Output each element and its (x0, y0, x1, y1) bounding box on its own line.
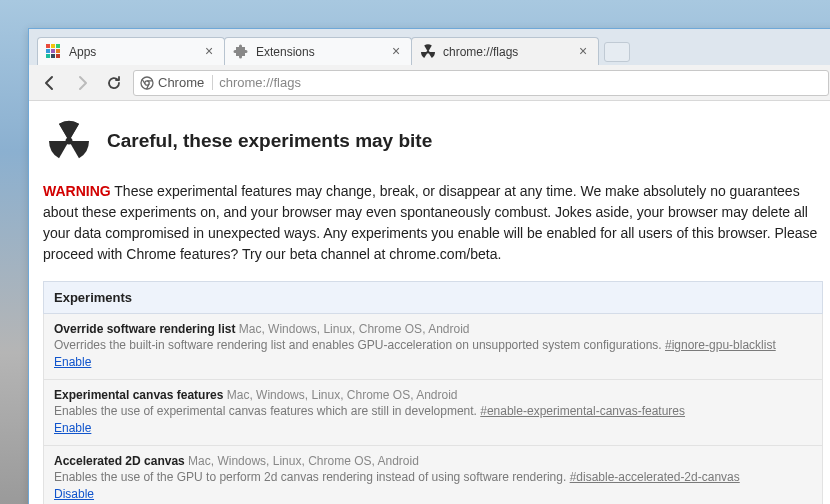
url-text: chrome://flags (219, 75, 301, 90)
site-chip: Chrome (140, 75, 213, 90)
hero: Careful, these experiments may bite (47, 119, 823, 163)
forward-button[interactable] (69, 70, 95, 96)
warning-body: These experimental features may change, … (43, 183, 817, 262)
experiment-hash: #disable-accelerated-2d-canvas (570, 470, 740, 484)
tab-apps[interactable]: Apps × (37, 37, 225, 65)
toolbar: Chrome chrome://flags (29, 65, 830, 101)
experiment-description: Overrides the built-in software renderin… (54, 338, 812, 352)
experiment-description: Enables the use of experimental canvas f… (54, 404, 812, 418)
enable-link[interactable]: Enable (54, 421, 91, 435)
experiment-title: Experimental canvas features (54, 388, 223, 402)
experiment-description: Enables the use of the GPU to perform 2d… (54, 470, 812, 484)
close-icon[interactable]: × (389, 45, 403, 59)
new-tab-button[interactable] (604, 42, 630, 62)
experiment-platforms: Mac, Windows, Linux, Chrome OS, Android (239, 322, 470, 336)
tab-label: Apps (69, 45, 202, 59)
experiment-hash: #ignore-gpu-blacklist (665, 338, 776, 352)
radiation-icon (47, 119, 91, 163)
enable-link[interactable]: Enable (54, 355, 91, 369)
close-icon[interactable]: × (202, 45, 216, 59)
warning-text: WARNING These experimental features may … (43, 181, 823, 265)
back-button[interactable] (37, 70, 63, 96)
experiment-row: Experimental canvas features Mac, Window… (43, 380, 823, 446)
experiment-title: Accelerated 2D canvas (54, 454, 185, 468)
experiment-title: Override software rendering list (54, 322, 235, 336)
experiments-header: Experiments (43, 281, 823, 314)
tab-strip: Apps × Extensions × chrome://flags × (29, 29, 830, 65)
puzzle-icon (233, 44, 249, 60)
disable-link[interactable]: Disable (54, 487, 94, 501)
chrome-icon (140, 76, 154, 90)
close-icon[interactable]: × (576, 45, 590, 59)
tab-label: Extensions (256, 45, 389, 59)
browser-window: Apps × Extensions × chrome://flags × (28, 28, 830, 504)
experiment-hash: #enable-experimental-canvas-features (480, 404, 685, 418)
experiment-platforms: Mac, Windows, Linux, Chrome OS, Android (227, 388, 458, 402)
apps-icon (46, 44, 62, 60)
experiment-platforms: Mac, Windows, Linux, Chrome OS, Android (188, 454, 419, 468)
tab-label: chrome://flags (443, 45, 576, 59)
site-label: Chrome (158, 75, 204, 90)
tab-flags[interactable]: chrome://flags × (411, 37, 599, 65)
experiment-row: Accelerated 2D canvas Mac, Windows, Linu… (43, 446, 823, 504)
reload-button[interactable] (101, 70, 127, 96)
page-title: Careful, these experiments may bite (107, 130, 432, 152)
address-bar[interactable]: Chrome chrome://flags (133, 70, 829, 96)
tab-extensions[interactable]: Extensions × (224, 37, 412, 65)
experiment-row: Override software rendering list Mac, Wi… (43, 314, 823, 380)
radiation-icon (420, 44, 436, 60)
warning-label: WARNING (43, 183, 111, 199)
page-content: Careful, these experiments may bite WARN… (29, 101, 830, 504)
